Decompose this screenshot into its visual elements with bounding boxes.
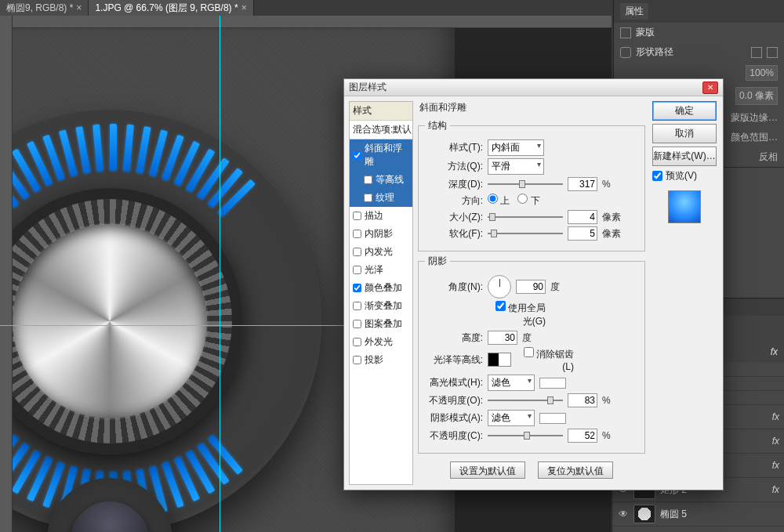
properties-tab[interactable]: 属性 [620,3,648,20]
invert-button[interactable]: 反相 [759,150,778,164]
fx-badge[interactable]: fx [772,436,779,447]
style-stroke[interactable]: 描边 [350,207,412,225]
shadow-opacity-slider[interactable] [488,432,563,439]
antialias-checkbox[interactable] [524,347,534,357]
fx-badge[interactable]: fx [772,411,779,422]
style-drop-shadow[interactable]: 投影 [350,351,412,369]
ok-button[interactable]: 确定 [652,101,717,121]
close-icon[interactable]: × [241,2,247,13]
highlight-opacity-label: 不透明度(O): [425,394,483,407]
pct-unit: % [602,395,618,406]
innerglow-checkbox[interactable] [353,248,361,256]
depth-value[interactable]: 317 [568,177,597,191]
dropshadow-checkbox[interactable] [353,356,361,364]
mask-feather-value[interactable]: 0.0 像素 [735,87,778,105]
shadow-mode-label: 阴影模式(A): [425,411,483,425]
soften-slider[interactable] [488,230,563,237]
style-color-overlay[interactable]: 颜色叠加 [350,279,412,297]
preview-checkbox[interactable] [652,171,662,181]
gloss-contour-picker[interactable] [488,353,511,367]
antialias[interactable]: 消除锯齿(L) [516,347,574,372]
direction-down[interactable]: 下 [517,194,539,208]
new-style-button[interactable]: 新建样式(W)… [652,147,717,166]
document-tab-2[interactable]: 1.JPG @ 66.7% (图层 9, RGB/8) * × [89,0,253,16]
mask-edge-button[interactable]: 蒙版边缘… [731,111,778,125]
highlight-color-swatch[interactable] [539,378,566,389]
style-outer-glow[interactable]: 外发光 [350,333,412,351]
vector-mask-icon[interactable] [751,47,762,58]
size-value[interactable]: 4 [568,210,597,224]
gloss-contour-label: 光泽等高线: [425,353,483,367]
pixel-mask-icon[interactable] [767,47,778,58]
highlight-mode-select[interactable]: 滤色 [488,375,535,391]
close-icon[interactable]: ✕ [702,81,718,94]
highlight-opacity-slider[interactable] [488,397,563,404]
preview-toggle[interactable]: 预览(V) [652,169,717,183]
bevel-checkbox[interactable] [353,151,361,160]
fx-badge[interactable]: fx [772,460,779,471]
style-bevel-emboss[interactable]: 斜面和浮雕 [350,139,412,171]
knob-artwork [0,110,321,532]
satin-checkbox[interactable] [353,266,361,274]
altitude-value[interactable]: 30 [488,331,517,345]
pct-unit: % [602,430,618,441]
guide-vertical[interactable] [220,16,220,532]
layer-name[interactable]: 椭圆 5 [660,508,687,521]
color-range-button[interactable]: 颜色范围… [731,131,778,144]
dir-down-radio[interactable] [517,194,528,204]
deg-unit: 度 [550,280,566,294]
angle-label: 角度(N): [425,280,483,294]
style-inner-shadow[interactable]: 内阴影 [350,225,412,243]
size-slider[interactable] [488,214,563,220]
direction-up[interactable]: 上 [488,194,510,208]
soften-value[interactable]: 5 [568,226,597,241]
style-texture[interactable]: 纹理 [350,189,412,207]
cancel-button[interactable]: 取消 [652,124,717,143]
innershadow-checkbox[interactable] [353,230,361,238]
ruler-horizontal[interactable] [0,16,612,28]
blending-options[interactable]: 混合选项:默认 [350,121,412,139]
style-select[interactable]: 内斜面 [488,139,544,156]
mask-density-value[interactable]: 100% [746,65,778,81]
technique-select[interactable]: 平滑 [488,158,544,175]
highlight-mode-label: 高光模式(H): [425,376,483,389]
coloroverlay-checkbox[interactable] [353,284,361,292]
style-inner-glow[interactable]: 内发光 [350,243,412,261]
shadow-color-swatch[interactable] [539,413,566,424]
angle-value[interactable]: 90 [516,280,546,294]
contour-checkbox[interactable] [364,176,372,184]
stroke-checkbox[interactable] [353,212,361,220]
mask-icon [620,27,631,38]
shadow-mode-select[interactable]: 滤色 [488,410,535,426]
texture-checkbox[interactable] [364,194,372,202]
gradoverlay-checkbox[interactable] [353,302,361,310]
dialog-titlebar[interactable]: 图层样式 ✕ [344,79,723,96]
style-contour[interactable]: 等高线 [350,171,412,189]
shadow-opacity-label: 不透明度(C): [425,429,483,443]
visibility-toggle[interactable]: 👁 [618,508,629,519]
shadow-opacity-value[interactable]: 52 [568,429,597,443]
make-default-button[interactable]: 设置为默认值 [450,461,525,479]
angle-dial[interactable] [488,275,511,299]
depth-slider[interactable] [488,181,563,187]
style-satin[interactable]: 光泽 [350,261,412,279]
ruler-vertical[interactable] [0,16,13,532]
settings-group-title: 斜面和浮雕 [418,101,645,116]
px-unit: 像素 [602,211,621,224]
fx-badge[interactable]: fx [772,484,779,495]
reset-default-button[interactable]: 复位为默认值 [538,461,613,479]
global-light-checkbox[interactable] [495,301,506,311]
close-icon[interactable]: × [76,2,82,13]
layer-row[interactable]: 👁 椭圆 5 [613,502,784,527]
outerglow-checkbox[interactable] [353,338,361,346]
style-pattern-overlay[interactable]: 图案叠加 [350,315,412,333]
global-light[interactable]: 使用全局光(G) [488,301,546,328]
document-tab-1[interactable]: 椭圆9, RGB/8) * × [0,0,89,16]
dialog-title: 图层样式 [349,81,702,94]
pattoverlay-checkbox[interactable] [353,320,361,328]
dir-up-radio[interactable] [488,194,498,204]
style-label: 样式(T): [425,141,483,154]
highlight-opacity-value[interactable]: 83 [568,393,597,407]
style-gradient-overlay[interactable]: 渐变叠加 [350,297,412,315]
layer-fx-indicator[interactable]: fx [771,346,778,357]
